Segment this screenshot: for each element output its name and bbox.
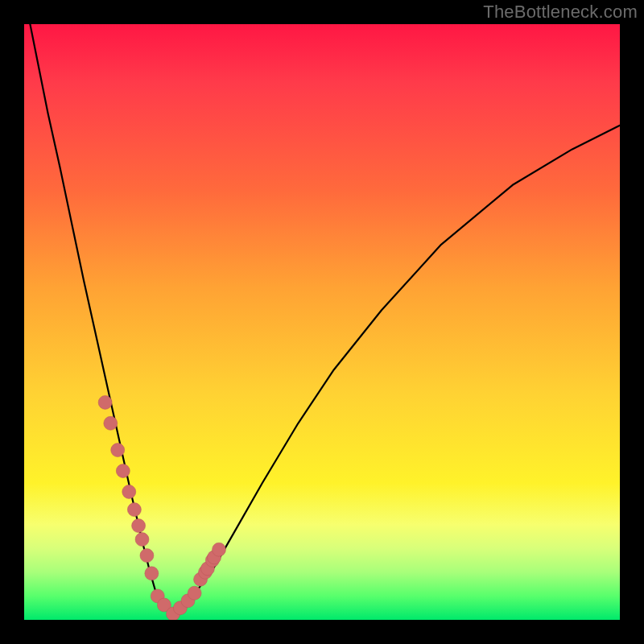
highlight-dot <box>98 395 112 409</box>
highlight-dot <box>132 519 146 533</box>
highlight-dot <box>140 549 154 563</box>
highlight-dot <box>111 444 125 457</box>
highlight-dot <box>104 416 118 430</box>
watermark-text: TheBottleneck.com <box>483 2 638 23</box>
highlight-dot <box>122 485 136 498</box>
highlight-dot <box>188 586 201 600</box>
highlight-dot <box>145 567 159 580</box>
highlight-dot <box>135 533 149 547</box>
highlight-dot <box>116 464 130 478</box>
highlight-dot <box>212 543 225 556</box>
chart-overlay <box>24 24 620 620</box>
bottleneck-curve <box>24 24 620 614</box>
highlight-dot <box>127 503 141 517</box>
chart-frame: TheBottleneck.com <box>0 0 644 644</box>
